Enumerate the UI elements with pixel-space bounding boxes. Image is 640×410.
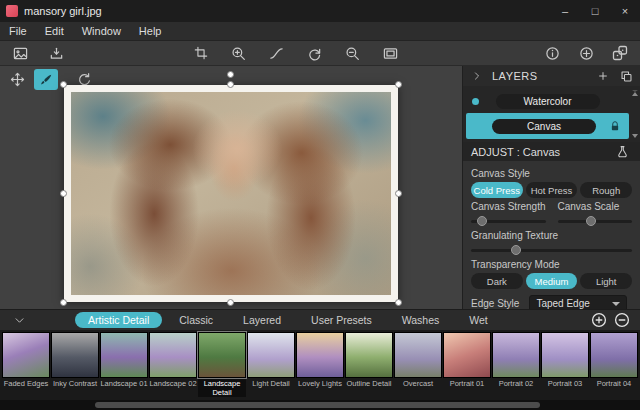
add-button[interactable]: [574, 43, 598, 64]
granulating-texture-label: Granulating Texture: [471, 230, 632, 241]
scroll-down-icon[interactable]: [632, 134, 638, 138]
selection-handle[interactable]: [395, 299, 402, 306]
layer-row-watercolor[interactable]: Watercolor: [466, 89, 629, 113]
smooth-tool-button[interactable]: [265, 43, 289, 64]
preset-item[interactable]: Portrait 02: [492, 332, 540, 389]
canvas-style-options: Cold Press Hot Press Rough: [471, 182, 632, 198]
duplicate-layer-button[interactable]: [616, 67, 636, 85]
preset-item[interactable]: Lovely Lights: [296, 332, 344, 389]
menu-file[interactable]: File: [0, 22, 36, 40]
tab-wet[interactable]: Wet: [456, 312, 500, 328]
move-tool-button[interactable]: [5, 69, 29, 90]
remove-preset-button[interactable]: [612, 311, 631, 330]
canvas-strength-slider[interactable]: [471, 215, 546, 227]
slider-handle[interactable]: [511, 245, 521, 255]
menu-window[interactable]: Window: [73, 22, 130, 40]
preset-item[interactable]: Faded Edges: [2, 332, 50, 389]
canvas-strength-label: Canvas Strength: [471, 201, 546, 212]
collapse-presets-button[interactable]: [9, 311, 29, 329]
style-cold-press-button[interactable]: Cold Press: [471, 182, 523, 198]
save-image-button[interactable]: [44, 43, 68, 64]
redo-button[interactable]: [303, 43, 327, 64]
selection-handle[interactable]: [395, 190, 402, 197]
selection-handle[interactable]: [395, 81, 402, 88]
preset-item[interactable]: Light Detail: [247, 332, 295, 389]
preset-thumbnail[interactable]: [100, 332, 148, 378]
preset-item[interactable]: Inky Contrast: [51, 332, 99, 389]
selection-handle[interactable]: [60, 299, 67, 306]
preset-item[interactable]: Overcast: [394, 332, 442, 389]
scroll-up-icon[interactable]: [632, 90, 638, 96]
preset-thumbnail[interactable]: [541, 332, 589, 378]
preset-thumbnail[interactable]: [198, 332, 246, 378]
granulating-texture-slider[interactable]: [471, 244, 632, 256]
preset-thumbnail[interactable]: [345, 332, 393, 378]
preset-thumbnail[interactable]: [394, 332, 442, 378]
menu-edit[interactable]: Edit: [36, 22, 73, 40]
layer-visibility-dot[interactable]: [472, 98, 479, 105]
random-preset-button[interactable]: [608, 43, 632, 64]
canvas-scale-slider[interactable]: [558, 215, 633, 227]
info-button[interactable]: [540, 43, 564, 64]
tab-classic[interactable]: Classic: [166, 312, 226, 328]
style-options-button[interactable]: [612, 143, 632, 161]
preset-thumbnail[interactable]: [492, 332, 540, 378]
style-rough-button[interactable]: Rough: [580, 182, 632, 198]
preset-item[interactable]: Portrait 01: [443, 332, 491, 389]
add-layer-button[interactable]: [593, 67, 613, 85]
preset-thumbnail[interactable]: [51, 332, 99, 378]
zoom-out-button[interactable]: [341, 43, 365, 64]
layer-canvas-button[interactable]: Canvas: [492, 119, 596, 134]
fit-view-button[interactable]: [379, 43, 403, 64]
transparency-mode-label: Transparency Mode: [471, 259, 632, 270]
preset-item[interactable]: Outline Detail: [345, 332, 393, 389]
layer-watercolor-button[interactable]: Watercolor: [496, 94, 600, 109]
preset-item[interactable]: Portrait 03: [541, 332, 589, 389]
collapse-panel-button[interactable]: [467, 67, 487, 85]
brush-tool-button[interactable]: [34, 69, 58, 90]
selection-handle[interactable]: [60, 190, 67, 197]
selection-handle[interactable]: [227, 81, 234, 88]
preset-scrollbar-thumb[interactable]: [95, 402, 540, 408]
tab-layered[interactable]: Layered: [230, 312, 294, 328]
menu-help[interactable]: Help: [130, 22, 171, 40]
slider-handle[interactable]: [586, 216, 596, 226]
preset-thumbnail[interactable]: [443, 332, 491, 378]
tab-washes[interactable]: Washes: [389, 312, 453, 328]
tab-user-presets[interactable]: User Presets: [298, 312, 385, 328]
lock-icon: [609, 120, 623, 132]
layers-scrollbar[interactable]: [631, 90, 638, 138]
preset-item[interactable]: Portrait 04: [590, 332, 638, 389]
preset-thumbnail[interactable]: [590, 332, 638, 378]
rotation-handle[interactable]: [227, 71, 234, 78]
style-hot-press-button[interactable]: Hot Press: [526, 182, 578, 198]
menubar: File Edit Window Help: [0, 22, 640, 41]
layer-row-canvas[interactable]: Canvas: [466, 113, 629, 139]
preset-label: Landscape Detail: [198, 380, 246, 397]
crop-button[interactable]: [189, 43, 213, 64]
preset-item[interactable]: Landscape 01: [100, 332, 148, 389]
watercolor-image[interactable]: [71, 92, 391, 295]
maximize-button[interactable]: □: [580, 0, 610, 22]
preset-item[interactable]: Landscape 02: [149, 332, 197, 389]
tab-artistic-detail[interactable]: Artistic Detail: [75, 312, 162, 328]
slider-handle[interactable]: [477, 216, 487, 226]
transparency-dark-button[interactable]: Dark: [471, 273, 523, 289]
close-button[interactable]: ×: [610, 0, 640, 22]
edge-style-select[interactable]: Taped Edge: [529, 295, 627, 309]
selection-handle[interactable]: [227, 299, 234, 306]
titlebar: mansory girl.jpg – □ ×: [0, 0, 640, 22]
minimize-button[interactable]: –: [550, 0, 580, 22]
add-preset-button[interactable]: [589, 311, 608, 330]
preset-thumbnail[interactable]: [2, 332, 50, 378]
preset-item-selected[interactable]: Landscape Detail: [198, 332, 246, 397]
selection-handle[interactable]: [60, 81, 67, 88]
preset-scrollbar[interactable]: [0, 400, 640, 410]
open-image-button[interactable]: [8, 43, 32, 64]
transparency-medium-button[interactable]: Medium: [526, 273, 578, 289]
transparency-light-button[interactable]: Light: [580, 273, 632, 289]
preset-thumbnail[interactable]: [296, 332, 344, 378]
preset-thumbnail[interactable]: [247, 332, 295, 378]
preset-thumbnail[interactable]: [149, 332, 197, 378]
zoom-in-button[interactable]: [227, 43, 251, 64]
